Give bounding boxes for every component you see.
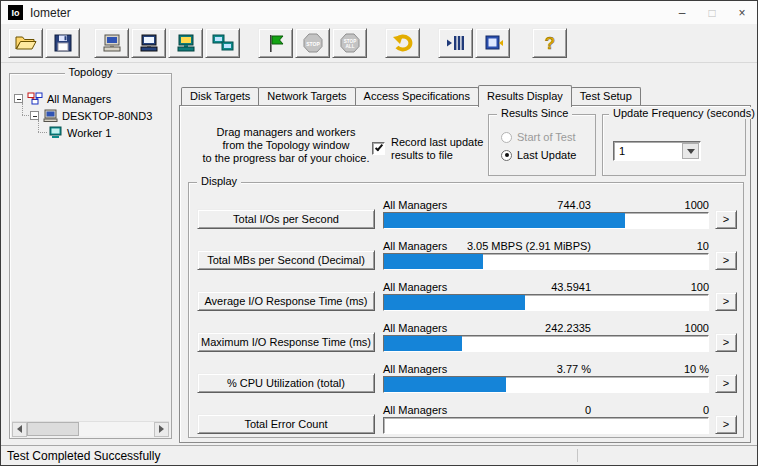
- drag-instructions: Drag managers and workers from the Topol…: [194, 126, 378, 165]
- tree-item-manager[interactable]: DESKTOP-80ND3: [14, 107, 167, 124]
- combobox-dropdown-button[interactable]: [682, 143, 699, 159]
- expand-chart-button[interactable]: >: [715, 333, 737, 352]
- help-question-icon: ?: [542, 34, 558, 53]
- topology-horizontal-scrollbar[interactable]: [12, 421, 169, 436]
- progress-bar-total-iops[interactable]: [383, 212, 709, 229]
- scrollbar-track[interactable]: [27, 422, 154, 437]
- bar-value: 744.03: [557, 199, 591, 211]
- tree-item-worker[interactable]: Worker 1: [14, 124, 167, 141]
- bar-column: All Managers 242.2335 1000: [383, 320, 709, 352]
- bar-source-label: All Managers: [383, 281, 551, 293]
- bar-scale-max: 10 %: [591, 363, 709, 375]
- expand-chart-button[interactable]: >: [715, 374, 737, 393]
- bar-labels: All Managers 744.03 1000: [383, 197, 709, 212]
- tree-item-label: Worker 1: [67, 127, 111, 139]
- progress-bar-error-count[interactable]: [383, 417, 709, 434]
- exit-button[interactable]: [475, 28, 510, 58]
- stop-icon: STOP: [302, 33, 324, 53]
- bar-value: 43.5941: [551, 281, 591, 293]
- progress-bar-max-response[interactable]: [383, 335, 709, 352]
- window-title: Iometer: [30, 6, 71, 20]
- bar-labels: All Managers 3.77 % 10 %: [383, 361, 709, 376]
- open-test-file-button[interactable]: [8, 28, 43, 58]
- tree-connector: [22, 115, 29, 116]
- expand-chart-button[interactable]: >: [715, 210, 737, 229]
- button-avg-response-time[interactable]: Average I/O Response Time (ms): [197, 291, 375, 311]
- progress-bar-fill: [384, 295, 525, 310]
- reset-results-button[interactable]: [385, 28, 420, 58]
- expand-chart-button[interactable]: >: [715, 292, 737, 311]
- stop-test-button[interactable]: STOP: [295, 28, 330, 58]
- bar-scale-max: 1000: [591, 322, 709, 334]
- stop-all-tests-button[interactable]: STOP ALL: [332, 28, 367, 58]
- progress-bar-total-mbs[interactable]: [383, 253, 709, 270]
- status-bar: Test Completed Successfully: [1, 445, 757, 465]
- tab-results-display[interactable]: Results Display: [478, 85, 572, 107]
- disk-worker-icon: [175, 34, 197, 53]
- expand-chart-button[interactable]: >: [715, 251, 737, 270]
- tab-network-targets[interactable]: Network Targets: [258, 87, 355, 105]
- topology-panel: Topology All Managers: [9, 73, 172, 439]
- progress-bar-cpu-utilization[interactable]: [383, 376, 709, 393]
- collapse-expander-icon[interactable]: [30, 111, 39, 120]
- button-max-response-time[interactable]: Maximum I/O Response Time (ms): [197, 332, 375, 352]
- button-cpu-utilization[interactable]: % CPU Utilization (total): [197, 373, 375, 393]
- results-since-group: Results Since Start of Test Last Update: [488, 114, 596, 176]
- left-arrow-icon: [17, 425, 22, 433]
- metric-row: % CPU Utilization (total) All Managers 3…: [197, 359, 739, 393]
- tree-item-all-managers[interactable]: All Managers: [14, 90, 167, 107]
- scrollbar-thumb[interactable]: [27, 422, 79, 436]
- scroll-left-button[interactable]: [12, 422, 27, 437]
- minimize-button[interactable]: –: [667, 1, 697, 24]
- button-total-mbs[interactable]: Total MBs per Second (Decimal): [197, 250, 375, 270]
- radio-start-of-test[interactable]: Start of Test: [501, 131, 576, 143]
- manager-icon: [43, 109, 58, 122]
- tab-strip: Disk Targets Network Targets Access Spec…: [181, 87, 641, 105]
- progress-bar-avg-response[interactable]: [383, 294, 709, 311]
- button-total-error-count[interactable]: Total Error Count: [197, 414, 375, 434]
- bar-source-label: All Managers: [383, 199, 557, 211]
- button-total-iops[interactable]: Total I/Os per Second: [197, 209, 375, 229]
- close-button[interactable]: ×: [727, 1, 757, 24]
- bar-source-label: All Managers: [383, 363, 557, 375]
- right-arrow-icon: [159, 425, 164, 433]
- progress-bar-fill: [384, 254, 483, 269]
- svg-text:STOP: STOP: [306, 41, 320, 47]
- start-tests-button[interactable]: [258, 28, 293, 58]
- open-folder-icon: [15, 34, 37, 52]
- bar-scale-max: 10: [591, 240, 709, 252]
- collapse-expander-icon[interactable]: [14, 94, 23, 103]
- window-controls: – □ ×: [667, 1, 757, 24]
- tab-disk-targets[interactable]: Disk Targets: [181, 87, 259, 105]
- record-results-label-line: Record last update: [391, 136, 483, 149]
- radio-label: Last Update: [517, 149, 576, 161]
- update-frequency-group: Update Frequency (seconds) 1: [602, 114, 746, 176]
- bar-value: 242.2335: [545, 322, 591, 334]
- display-title: Display: [197, 175, 241, 187]
- tab-access-specifications[interactable]: Access Specifications: [355, 87, 479, 105]
- record-results-label-line: results to file: [391, 149, 483, 162]
- scroll-right-button[interactable]: [154, 422, 169, 437]
- start-network-worker-button[interactable]: [205, 28, 240, 58]
- expand-chart-button[interactable]: >: [715, 415, 737, 434]
- drag-instructions-line: from the Topology window: [194, 139, 378, 152]
- tab-test-setup[interactable]: Test Setup: [571, 87, 641, 105]
- move-workers-button[interactable]: [438, 28, 473, 58]
- radio-last-update[interactable]: Last Update: [501, 149, 576, 161]
- metric-row: Total MBs per Second (Decimal) All Manag…: [197, 236, 739, 270]
- bar-scale-max: 0: [591, 404, 709, 416]
- record-results-checkbox[interactable]: [372, 142, 385, 155]
- bar-labels: All Managers 43.5941 100: [383, 279, 709, 294]
- save-test-file-button[interactable]: [45, 28, 80, 58]
- drag-instructions-line: Drag managers and workers: [194, 126, 378, 139]
- metric-row: Total Error Count All Managers 0 0 >: [197, 400, 739, 434]
- update-frequency-combobox[interactable]: 1: [613, 141, 701, 161]
- worker-icon: [48, 126, 63, 139]
- bar-labels: All Managers 0 0: [383, 402, 709, 417]
- reset-workers-button[interactable]: [131, 28, 166, 58]
- start-new-manager-button[interactable]: [94, 28, 129, 58]
- maximize-button[interactable]: □: [697, 1, 727, 24]
- help-button[interactable]: ?: [532, 28, 567, 58]
- topology-tree: All Managers DESKTOP-80ND3: [14, 90, 167, 141]
- start-disk-worker-button[interactable]: [168, 28, 203, 58]
